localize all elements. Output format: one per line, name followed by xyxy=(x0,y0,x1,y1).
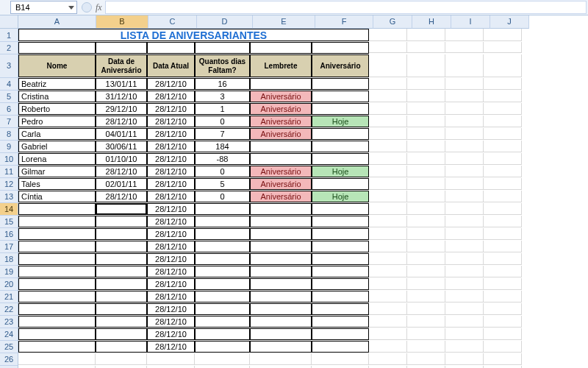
cell[interactable] xyxy=(445,141,484,152)
cell[interactable]: 28/12/10 xyxy=(147,316,195,328)
cell[interactable] xyxy=(407,266,445,277)
row-header[interactable]: 10 xyxy=(0,153,18,166)
select-all-corner[interactable] xyxy=(0,15,18,29)
row-header[interactable]: 11 xyxy=(0,166,18,178)
cell[interactable] xyxy=(18,291,96,302)
cell[interactable] xyxy=(407,103,445,115)
cell[interactable] xyxy=(484,303,522,315)
cell[interactable]: 28/12/10 xyxy=(147,241,195,252)
cell[interactable] xyxy=(96,316,147,328)
col-header-anniv[interactable]: Aniversário xyxy=(312,54,369,77)
cell-today[interactable]: 28/12/10 xyxy=(147,178,195,190)
cell[interactable] xyxy=(484,91,522,102)
cell[interactable] xyxy=(312,253,369,265)
cell[interactable]: 28/12/10 xyxy=(147,341,195,353)
cell[interactable] xyxy=(250,266,312,277)
cell[interactable] xyxy=(407,29,445,41)
cell[interactable] xyxy=(484,353,522,365)
cell[interactable] xyxy=(195,291,250,302)
cell[interactable] xyxy=(18,42,96,54)
cell-today[interactable]: 28/12/10 xyxy=(147,166,195,177)
cell[interactable] xyxy=(407,128,445,140)
cell-bday[interactable]: 28/12/10 xyxy=(96,191,147,202)
cell[interactable] xyxy=(96,341,147,353)
cell[interactable] xyxy=(445,78,484,90)
cell[interactable] xyxy=(484,191,522,202)
row-header[interactable]: 6 xyxy=(0,103,18,116)
cell[interactable] xyxy=(96,291,147,302)
cell[interactable] xyxy=(369,191,407,202)
cell[interactable] xyxy=(312,216,369,227)
cell[interactable] xyxy=(445,353,484,365)
cell-bday[interactable]: 28/12/10 xyxy=(96,116,147,127)
cell[interactable] xyxy=(407,278,445,290)
cell[interactable] xyxy=(369,266,407,277)
cell-bday[interactable]: 30/06/11 xyxy=(96,141,147,152)
cell[interactable] xyxy=(369,303,407,315)
col-header-name[interactable]: Nome xyxy=(18,54,96,77)
cell[interactable] xyxy=(407,191,445,202)
cell[interactable] xyxy=(250,328,312,340)
cell[interactable] xyxy=(407,253,445,265)
cell[interactable] xyxy=(445,216,484,227)
cell[interactable]: 28/12/10 xyxy=(147,253,195,265)
cell-reminder[interactable] xyxy=(250,78,312,90)
cell[interactable] xyxy=(407,241,445,252)
cell-today[interactable]: 28/12/10 xyxy=(147,128,195,140)
cell-days[interactable]: 3 xyxy=(195,91,250,102)
cell-days[interactable]: 7 xyxy=(195,128,250,140)
cell[interactable] xyxy=(445,253,484,265)
cell[interactable] xyxy=(250,216,312,227)
formula-input[interactable] xyxy=(105,1,587,14)
cell[interactable]: 28/12/10 xyxy=(147,328,195,340)
cell[interactable] xyxy=(18,228,96,240)
cell[interactable] xyxy=(445,166,484,177)
cell-days[interactable]: 16 xyxy=(195,78,250,90)
chevron-down-icon[interactable] xyxy=(68,6,74,10)
cell-today[interactable]: 28/12/10 xyxy=(147,78,195,90)
cell[interactable] xyxy=(369,42,407,53)
cell[interactable] xyxy=(484,266,522,277)
row-header[interactable]: 23 xyxy=(0,316,18,328)
cell-reminder[interactable]: Aniversário xyxy=(250,103,312,115)
cell-today[interactable]: 28/12/10 xyxy=(147,116,195,127)
cell-days[interactable]: 5 xyxy=(195,178,250,190)
cell[interactable] xyxy=(312,303,369,315)
row-header[interactable]: 26 xyxy=(0,353,18,366)
row-header[interactable]: 14 xyxy=(0,203,18,216)
cell[interactable] xyxy=(312,241,369,252)
cell[interactable] xyxy=(18,253,96,265)
cell[interactable] xyxy=(369,166,407,177)
cell[interactable] xyxy=(312,278,369,290)
cell-name[interactable]: Tales xyxy=(18,178,96,190)
cell-days[interactable]: 1 xyxy=(195,103,250,115)
col-header-H[interactable]: H xyxy=(412,15,451,29)
cell-reminder[interactable]: Aniversário xyxy=(250,191,312,202)
cell[interactable]: 28/12/10 xyxy=(147,303,195,315)
cell-reminder[interactable]: Aniversário xyxy=(250,128,312,140)
cell[interactable] xyxy=(369,291,407,302)
cell-anniv[interactable] xyxy=(312,141,369,152)
row-header[interactable]: 16 xyxy=(0,228,18,241)
cell[interactable] xyxy=(445,341,484,353)
cell[interactable]: 28/12/10 xyxy=(147,216,195,227)
cell[interactable] xyxy=(18,266,96,277)
cell[interactable] xyxy=(407,341,445,353)
col-header-today[interactable]: Data Atual xyxy=(147,54,195,77)
cell-name[interactable]: Gabriel xyxy=(18,141,96,152)
cell-reminder[interactable]: Aniversário xyxy=(250,178,312,190)
cell-name[interactable]: Lorena xyxy=(18,153,96,165)
row-header[interactable]: 1 xyxy=(0,29,18,42)
cell[interactable] xyxy=(96,353,147,365)
cell-days[interactable]: 0 xyxy=(195,166,250,177)
cell[interactable] xyxy=(18,303,96,315)
row-header[interactable]: 7 xyxy=(0,116,18,128)
cell[interactable] xyxy=(445,203,484,215)
fx-icon[interactable]: fx xyxy=(96,0,102,15)
cell[interactable] xyxy=(312,266,369,277)
cell[interactable] xyxy=(407,228,445,240)
cell[interactable] xyxy=(407,166,445,177)
cell-anniv[interactable] xyxy=(312,153,369,165)
cell[interactable] xyxy=(484,328,522,340)
cell-bday[interactable]: 02/01/11 xyxy=(96,178,147,190)
